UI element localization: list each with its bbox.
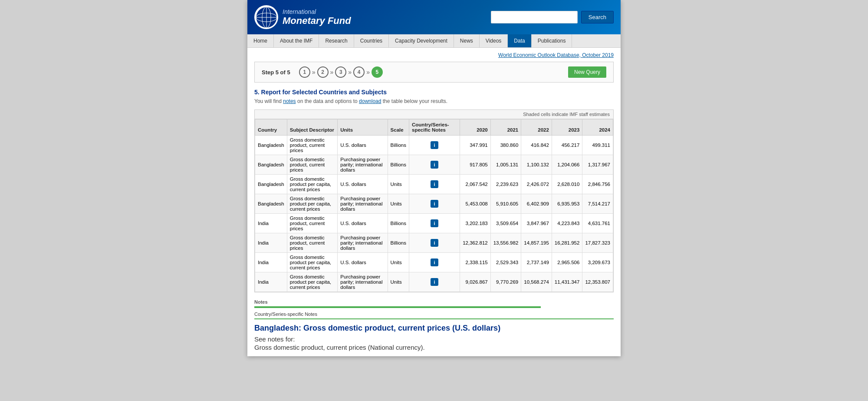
cell-year-2024: 4,631.761 xyxy=(582,214,613,233)
nav-item-news[interactable]: News xyxy=(454,34,480,47)
cell-year-2023: 16,281.952 xyxy=(552,233,582,253)
cell-year-2024: 1,317.967 xyxy=(582,155,613,175)
cell-year-2024: 2,846.756 xyxy=(582,175,613,194)
info-icon[interactable]: i xyxy=(431,258,438,266)
cell-year-2021: 13,556.982 xyxy=(490,233,521,253)
report-subtitle: You will find notes on the data and opti… xyxy=(254,98,614,104)
cell-subject: Gross domestic product, current prices xyxy=(287,214,338,233)
step-2[interactable]: 2 xyxy=(317,66,329,78)
col-2022: 2022 xyxy=(521,119,552,136)
download-link[interactable]: download xyxy=(359,98,381,104)
new-query-button[interactable]: New Query xyxy=(568,66,606,78)
cell-units: Purchasing power parity; international d… xyxy=(338,233,388,253)
notes-section: Notes Country/Series-specific Notes Bang… xyxy=(254,299,614,351)
info-icon[interactable]: i xyxy=(431,239,438,247)
cell-info: i xyxy=(409,233,460,253)
nav-item-countries[interactable]: Countries xyxy=(354,34,389,47)
cell-units: U.S. dollars xyxy=(338,136,388,155)
cell-country: India xyxy=(255,233,287,253)
cell-year-2020: 3,202.183 xyxy=(460,214,491,233)
cell-year-2024: 499.311 xyxy=(582,136,613,155)
cell-info: i xyxy=(409,214,460,233)
cell-year-2021: 5,910.605 xyxy=(490,194,521,214)
search-button[interactable]: Search xyxy=(581,11,614,23)
cell-year-2024: 12,353.807 xyxy=(582,272,613,292)
cell-year-2022: 416.842 xyxy=(521,136,552,155)
col-scale: Scale xyxy=(388,119,409,136)
cell-year-2023: 6,935.953 xyxy=(552,194,582,214)
arrow-1: » xyxy=(312,69,316,76)
search-input[interactable] xyxy=(491,11,578,23)
cell-year-2020: 917.805 xyxy=(460,155,491,175)
nav-item-publications[interactable]: Publications xyxy=(532,34,572,47)
cell-year-2020: 9,026.867 xyxy=(460,272,491,292)
notes-main-title: Bangladesh: Gross domestic product, curr… xyxy=(254,324,614,333)
cell-year-2022: 10,568.274 xyxy=(521,272,552,292)
step-3[interactable]: 3 xyxy=(335,66,346,78)
info-icon[interactable]: i xyxy=(431,141,438,149)
cell-subject: Gross domestic product per capita, curre… xyxy=(287,175,338,194)
data-table: Country Subject Descriptor Units Scale C… xyxy=(255,119,613,292)
logo-main-text: Monetary Fund xyxy=(283,15,351,27)
step-5[interactable]: 5 xyxy=(372,66,383,78)
info-icon[interactable]: i xyxy=(431,278,438,286)
cell-subject: Gross domestic product per capita, curre… xyxy=(287,272,338,292)
cell-info: i xyxy=(409,194,460,214)
table-row: BangladeshGross domestic product per cap… xyxy=(255,175,613,194)
col-2024: 2024 xyxy=(582,119,613,136)
logo-area: International Monetary Fund xyxy=(254,5,351,29)
cell-year-2021: 2,529.343 xyxy=(490,253,521,272)
col-2020: 2020 xyxy=(460,119,491,136)
cell-subject: Gross domestic product per capita, curre… xyxy=(287,194,338,214)
cell-country: India xyxy=(255,214,287,233)
info-icon[interactable]: i xyxy=(431,180,438,188)
cell-year-2022: 1,100.132 xyxy=(521,155,552,175)
cell-year-2020: 12,362.812 xyxy=(460,233,491,253)
cell-year-2023: 2,628.010 xyxy=(552,175,582,194)
step-circles: 1 » 2 » 3 » 4 » 5 xyxy=(299,66,383,78)
info-icon[interactable]: i xyxy=(431,200,438,208)
cell-scale: Units xyxy=(388,175,409,194)
notes-sub-label: Country/Series-specific Notes xyxy=(254,312,614,317)
nav-item-home[interactable]: Home xyxy=(247,34,274,47)
cell-units: U.S. dollars xyxy=(338,175,388,194)
cell-year-2021: 3,509.654 xyxy=(490,214,521,233)
cell-year-2023: 11,431.347 xyxy=(552,272,582,292)
cell-info: i xyxy=(409,253,460,272)
cell-country: Bangladesh xyxy=(255,175,287,194)
cell-year-2022: 2,426.072 xyxy=(521,175,552,194)
cell-scale: Units xyxy=(388,272,409,292)
table-row: IndiaGross domestic product per capita, … xyxy=(255,253,613,272)
info-icon[interactable]: i xyxy=(431,219,438,227)
col-subject: Subject Descriptor xyxy=(287,119,338,136)
cell-scale: Billions xyxy=(388,233,409,253)
table-row: IndiaGross domestic product, current pri… xyxy=(255,233,613,253)
cell-scale: Billions xyxy=(388,136,409,155)
breadcrumb[interactable]: World Economic Outlook Database, October… xyxy=(254,52,614,58)
nav-item-data[interactable]: Data xyxy=(508,34,531,47)
cell-country: India xyxy=(255,272,287,292)
step-4[interactable]: 4 xyxy=(353,66,365,78)
cell-info: i xyxy=(409,136,460,155)
info-icon[interactable]: i xyxy=(431,161,438,169)
step-1[interactable]: 1 xyxy=(299,66,310,78)
cell-year-2023: 1,204.066 xyxy=(552,155,582,175)
table-row: BangladeshGross domestic product per cap… xyxy=(255,194,613,214)
cell-info: i xyxy=(409,155,460,175)
cell-units: U.S. dollars xyxy=(338,214,388,233)
nav-item-capacity[interactable]: Capacity Development xyxy=(389,34,454,47)
cell-year-2020: 2,067.542 xyxy=(460,175,491,194)
table-row: BangladeshGross domestic product, curren… xyxy=(255,136,613,155)
cell-subject: Gross domestic product, current prices xyxy=(287,233,338,253)
nav-item-about[interactable]: About the IMF xyxy=(274,34,319,47)
cell-year-2023: 456.217 xyxy=(552,136,582,155)
nav-item-videos[interactable]: Videos xyxy=(480,34,508,47)
notes-bar xyxy=(254,306,541,308)
nav-item-research[interactable]: Research xyxy=(319,34,354,47)
search-area: Search xyxy=(491,11,614,23)
col-country: Country xyxy=(255,119,287,136)
cell-year-2021: 9,770.269 xyxy=(490,272,521,292)
notes-link[interactable]: notes xyxy=(283,98,296,104)
cell-scale: Units xyxy=(388,194,409,214)
see-for-label: See notes for: xyxy=(254,335,614,343)
